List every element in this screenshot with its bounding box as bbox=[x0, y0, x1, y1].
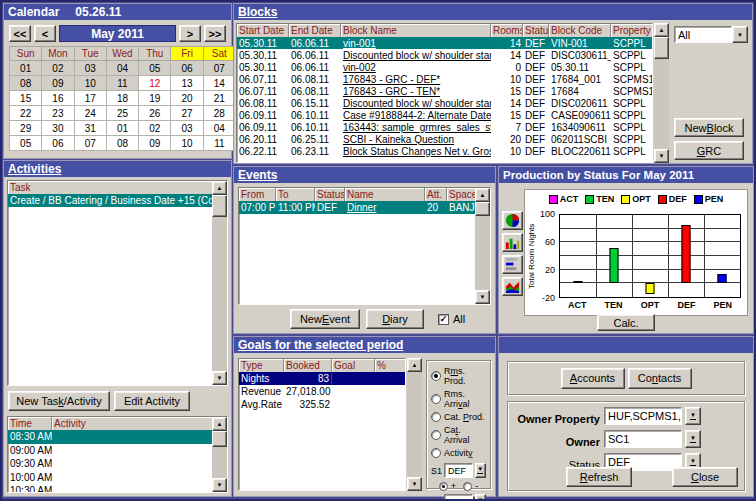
radio-cat-arrival[interactable]: Cat. Arrival bbox=[431, 425, 486, 445]
event-name-link[interactable]: Dinner bbox=[347, 202, 376, 213]
events-title-link[interactable]: Events bbox=[238, 168, 277, 182]
calendar-day[interactable]: 10 bbox=[74, 76, 106, 91]
calendar-day[interactable]: 19 bbox=[139, 91, 171, 106]
owner-lov-icon[interactable]: ▼ bbox=[685, 430, 701, 448]
radio-rms-arrival[interactable]: Rms. Arrival bbox=[431, 389, 486, 409]
scrollbar-thumb[interactable] bbox=[212, 195, 227, 217]
new-task-activity-button[interactable]: New Task/Activity bbox=[8, 391, 110, 411]
radio-activity[interactable]: Activity bbox=[431, 448, 486, 458]
calendar-day[interactable]: 13 bbox=[171, 76, 203, 91]
scroll-up-button[interactable]: ▲ bbox=[475, 188, 490, 202]
goals-title-link[interactable]: Goals for the selected period bbox=[238, 338, 403, 352]
blocks-filter-value[interactable]: All bbox=[674, 26, 732, 43]
scroll-down-button[interactable]: ▼ bbox=[212, 371, 227, 385]
calendar-day[interactable]: 23 bbox=[42, 106, 74, 121]
calendar-day[interactable]: 25 bbox=[106, 106, 138, 121]
calendar-day[interactable]: 01 bbox=[106, 121, 138, 136]
calendar-day[interactable]: 11 bbox=[106, 76, 138, 91]
new-event-button[interactable]: New Event bbox=[290, 309, 360, 329]
scroll-down-button[interactable]: ▼ bbox=[475, 290, 490, 304]
block-row[interactable]: 06.20.11 06.25.11 SCBI - Kaineka Questio… bbox=[237, 133, 652, 145]
block-row[interactable]: 06.07.11 06.08.11 176843 - GRC - TEN* 15… bbox=[237, 85, 652, 97]
block-row[interactable]: 06.09.11 06.10.11 163443: sample_grmres_… bbox=[237, 121, 652, 133]
block-name-link[interactable]: Discounted block w/ shoulder start bbox=[343, 50, 491, 61]
calendar-day[interactable]: 26 bbox=[139, 106, 171, 121]
calendar-day[interactable]: 24 bbox=[74, 106, 106, 121]
calendar-day[interactable]: 01 bbox=[10, 61, 42, 76]
schedule-row[interactable]: 10:30 AM bbox=[8, 484, 227, 493]
next-year-button[interactable]: >> bbox=[204, 25, 226, 42]
s1-field[interactable]: DEF bbox=[444, 463, 473, 478]
owner-property-field[interactable]: HUF,SCPMS1,SC bbox=[604, 407, 682, 425]
accounts-button[interactable]: Accounts bbox=[561, 368, 625, 389]
scrollbar-thumb[interactable] bbox=[475, 202, 490, 216]
prev-month-button[interactable]: < bbox=[34, 25, 56, 42]
block-name-link[interactable]: SCBI - Kaineka Question bbox=[343, 134, 454, 145]
scroll-up-button[interactable]: ▲ bbox=[212, 181, 227, 195]
block-name-link[interactable]: 176843 - GRC - TEN* bbox=[343, 86, 440, 97]
block-name-link[interactable]: Discounted block w/ shoulder start bbox=[343, 98, 491, 109]
prev-year-button[interactable]: << bbox=[9, 25, 31, 42]
block-row[interactable]: 06.08.11 06.15.11 Discounted block w/ sh… bbox=[237, 97, 652, 109]
event-row-selected[interactable]: 07:00 PM 11:00 PM DEF Dinner 20 BANJO3 bbox=[239, 201, 490, 214]
owner-field[interactable]: SC1 bbox=[604, 430, 682, 448]
calendar-day[interactable]: 28 bbox=[203, 106, 235, 121]
goal-row-selected[interactable]: Nights 83 bbox=[239, 372, 405, 385]
block-row[interactable]: 05.30.11 06.06.11 vin-002 0 DEF 05.30.11… bbox=[237, 61, 652, 73]
calendar-day[interactable]: 08 bbox=[106, 136, 138, 151]
grc-button[interactable]: GRC bbox=[674, 141, 744, 160]
scroll-down-button[interactable]: ▼ bbox=[212, 478, 227, 492]
calendar-day[interactable]: 02 bbox=[42, 61, 74, 76]
minus-radio[interactable] bbox=[463, 482, 472, 491]
scrollbar-thumb[interactable] bbox=[654, 37, 669, 59]
edit-activity-button[interactable]: Edit Activity bbox=[114, 391, 190, 411]
calendar-day[interactable]: 06 bbox=[171, 61, 203, 76]
calendar-day[interactable]: 29 bbox=[10, 121, 42, 136]
calendar-day[interactable]: 31 bbox=[74, 121, 106, 136]
plus-radio[interactable] bbox=[439, 482, 448, 491]
calendar-day[interactable]: 05 bbox=[10, 136, 42, 151]
s2-lov-icon[interactable]: ▼ bbox=[475, 494, 486, 501]
block-row[interactable]: 06.07.11 06.08.11 176843 - GRC - DEF* 10… bbox=[237, 73, 652, 85]
bar-chart-icon[interactable] bbox=[502, 233, 523, 252]
schedule-row[interactable]: 09:00 AM bbox=[8, 444, 227, 458]
schedule-row-selected[interactable]: 08:30 AM bbox=[8, 430, 227, 444]
next-month-button[interactable]: > bbox=[179, 25, 201, 42]
block-name-link[interactable]: vin-001 bbox=[343, 38, 376, 49]
s2-field[interactable] bbox=[444, 494, 473, 501]
goals-scrollbar[interactable]: ▲ ▼ bbox=[407, 358, 422, 491]
block-name-link[interactable]: Case #9188844-2: Alternate Dates bbox=[343, 110, 491, 121]
scroll-up-button[interactable]: ▲ bbox=[654, 23, 669, 37]
new-block-button[interactable]: New Block bbox=[674, 118, 744, 137]
diary-button[interactable]: Diary bbox=[366, 309, 424, 329]
radio-rms-prod[interactable]: Rms. Prod. bbox=[431, 366, 486, 386]
calendar-day[interactable]: 18 bbox=[106, 91, 138, 106]
calendar-day[interactable]: 07 bbox=[74, 136, 106, 151]
calendar-day[interactable]: 15 bbox=[10, 91, 42, 106]
blocks-scrollbar[interactable]: ▲ ▼ bbox=[654, 23, 669, 163]
owner-property-lov-icon[interactable]: ▼ bbox=[685, 407, 701, 425]
close-button[interactable]: Close bbox=[672, 467, 738, 487]
block-row[interactable]: 06.22.11 06.23.11 Block Status Changes N… bbox=[237, 145, 652, 157]
calendar-day[interactable]: 03 bbox=[171, 121, 203, 136]
calendar-day[interactable]: 14 bbox=[203, 76, 235, 91]
events-scrollbar[interactable]: ▲ ▼ bbox=[475, 188, 490, 304]
block-name-link[interactable]: Block Status Changes Net v. Gross bbox=[343, 146, 491, 157]
calendar-day[interactable]: 03 bbox=[74, 61, 106, 76]
calc-button[interactable]: Calc. bbox=[597, 314, 655, 331]
calendar-day[interactable]: 08 bbox=[10, 76, 42, 91]
goal-row[interactable]: Revenue 27,018.00 bbox=[239, 385, 405, 398]
contacts-button[interactable]: Contacts bbox=[628, 368, 692, 389]
calendar-day[interactable]: 10 bbox=[171, 136, 203, 151]
scrollbar-thumb[interactable] bbox=[212, 431, 227, 447]
calendar-day[interactable]: 02 bbox=[139, 121, 171, 136]
block-name-link[interactable]: 163443: sample_grmres_sales_std bbox=[343, 122, 491, 133]
block-name-link[interactable]: vin-002 bbox=[343, 62, 376, 73]
horizontal-bar-chart-icon[interactable] bbox=[502, 255, 523, 274]
calendar-day[interactable]: 16 bbox=[42, 91, 74, 106]
activities-title-link[interactable]: Activities bbox=[8, 162, 61, 176]
scroll-up-button[interactable]: ▲ bbox=[212, 417, 227, 431]
schedule-scrollbar[interactable]: ▲ ▼ bbox=[212, 417, 227, 492]
refresh-button[interactable]: Refresh bbox=[566, 467, 632, 487]
calendar-day[interactable]: 11 bbox=[203, 136, 235, 151]
